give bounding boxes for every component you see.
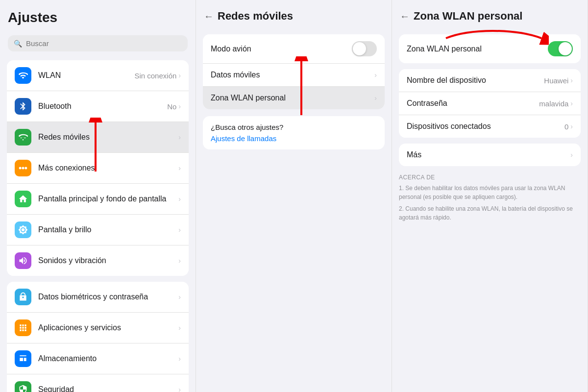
tip-box: ¿Busca otros ajustes? Ajustes de llamada…: [203, 116, 385, 149]
search-bar[interactable]: 🔍: [8, 35, 188, 51]
panel2-title: Redes móviles: [218, 10, 293, 23]
settings-card-main: WLAN Sin conexión › Bluetooth No › Redes…: [7, 60, 189, 276]
datos-bio-chevron: ›: [178, 293, 181, 301]
list-item[interactable]: Nombre del dispositivo Huawei ›: [399, 69, 581, 92]
seguridad-label: Seguridad: [38, 385, 178, 392]
nombre-chevron: ›: [570, 76, 573, 84]
contrasena-value: malavida: [539, 99, 568, 108]
apps-label: Aplicaciones y servicios: [38, 323, 178, 332]
panel3-main-card: Nombre del dispositivo Huawei › Contrase…: [399, 69, 581, 138]
panel-redes-moviles: ← Redes móviles Modo avión Datos móviles…: [196, 0, 392, 392]
list-item[interactable]: Datos móviles ›: [203, 64, 385, 87]
acerca-note-1: 1. Se deben habilitar los datos móviles …: [399, 184, 581, 201]
seguridad-chevron: ›: [178, 386, 181, 392]
mas-conexiones-chevron: ›: [178, 164, 181, 172]
acerca-note-2: 2. Cuando se habilite una zona WLAN, la …: [399, 201, 581, 222]
modo-avion-label: Modo avión: [211, 45, 352, 53]
panel3-toggle-card: Zona WLAN personal: [399, 34, 581, 63]
list-item[interactable]: Bluetooth No ›: [7, 91, 189, 122]
panel-zona-wlan: ← Zona WLAN personal Zona WLAN personal …: [392, 0, 588, 392]
list-item[interactable]: Dispositivos conectados 0 ›: [399, 115, 581, 138]
zona-wlan-toggle-switch[interactable]: [548, 41, 573, 56]
redes-chevron: ›: [178, 133, 181, 141]
list-item[interactable]: Seguridad ›: [7, 374, 189, 392]
svg-point-0: [22, 167, 24, 170]
acerca-label: ACERCA DE: [399, 174, 581, 184]
datos-bio-label: Datos biométricos y contraseña: [38, 293, 178, 301]
tip-label: ¿Busca otros ajustes?: [211, 123, 377, 131]
bluetooth-label: Bluetooth: [38, 102, 167, 111]
panel2-settings-list: Modo avión Datos móviles › Zona WLAN per…: [196, 30, 392, 392]
nombre-label: Nombre del dispositivo: [407, 76, 544, 85]
modo-avion-toggle[interactable]: [352, 41, 377, 56]
dispositivos-label: Dispositivos conectados: [407, 122, 564, 131]
back-button-3[interactable]: ←: [400, 11, 410, 22]
panel3-mas-card: Más ›: [399, 144, 581, 166]
panel2-header: ← Redes móviles: [196, 0, 392, 30]
wlan-icon: [15, 67, 31, 84]
panel3-title: Zona WLAN personal: [414, 10, 522, 23]
list-item[interactable]: Almacenamiento ›: [7, 343, 189, 374]
svg-point-2: [19, 167, 22, 170]
list-item[interactable]: Más ›: [399, 144, 581, 166]
zona-wlan-toggle-label: Zona WLAN personal: [407, 45, 548, 53]
list-item[interactable]: Contraseña malavida ›: [399, 92, 581, 115]
mas-label: Más: [407, 150, 570, 159]
list-item[interactable]: WLAN Sin conexión ›: [7, 60, 189, 91]
settings-card-secondary: Datos biométricos y contraseña › Aplicac…: [7, 282, 189, 392]
pantalla-fondo-label: Pantalla principal y fondo de pantalla: [38, 195, 178, 203]
panel2-back-row: ← Redes móviles: [204, 10, 384, 23]
zona-wlan-toggle-row[interactable]: Zona WLAN personal: [399, 34, 581, 63]
bluetooth-icon: [15, 98, 31, 115]
bluetooth-chevron: ›: [178, 102, 181, 110]
apps-chevron: ›: [178, 324, 181, 332]
tip-link[interactable]: Ajustes de llamadas: [211, 134, 377, 143]
list-item[interactable]: Más conexiones ›: [7, 153, 189, 184]
datos-bio-icon: [15, 289, 31, 305]
acerca-section: ACERCA DE 1. Se deben habilitar los dato…: [399, 174, 581, 222]
list-item[interactable]: Datos biométricos y contraseña ›: [7, 282, 189, 313]
apps-icon: [15, 319, 31, 336]
sonidos-label: Sonidos y vibración: [38, 256, 178, 265]
redes-label: Redes móviles: [38, 133, 178, 142]
list-item[interactable]: Pantalla principal y fondo de pantalla ›: [7, 184, 189, 215]
list-item[interactable]: Redes móviles ›: [7, 122, 189, 153]
panel1-header: Ajustes: [0, 0, 196, 30]
mas-conexiones-icon: [15, 160, 31, 176]
almacenamiento-label: Almacenamiento: [38, 354, 178, 363]
almacenamiento-icon: [15, 350, 31, 367]
panel2-card: Modo avión Datos móviles › Zona WLAN per…: [203, 34, 385, 109]
list-item[interactable]: Zona WLAN personal ›: [203, 87, 385, 109]
list-item[interactable]: Aplicaciones y servicios ›: [7, 313, 189, 343]
search-input[interactable]: [26, 39, 182, 48]
contrasena-label: Contraseña: [407, 99, 539, 108]
panel3-header: ← Zona WLAN personal: [392, 0, 588, 30]
seguridad-icon: [15, 381, 31, 392]
bluetooth-value: No: [167, 102, 176, 111]
datos-moviles-chevron: ›: [374, 71, 377, 79]
list-item[interactable]: Sonidos y vibración ›: [7, 245, 189, 276]
pantalla-brillo-label: Pantalla y brillo: [38, 225, 178, 234]
wlan-value: Sin conexión: [134, 72, 176, 80]
nombre-value: Huawei: [544, 76, 568, 85]
panel3-settings-list: Zona WLAN personal Nombre del dispositiv…: [392, 30, 588, 392]
contrasena-chevron: ›: [570, 99, 573, 107]
redes-icon: [15, 129, 31, 146]
mas-chevron: ›: [570, 151, 573, 159]
search-icon: 🔍: [14, 40, 22, 48]
settings-list: WLAN Sin conexión › Bluetooth No › Redes…: [0, 56, 196, 392]
list-item[interactable]: Pantalla y brillo ›: [7, 215, 189, 245]
dispositivos-chevron: ›: [570, 122, 573, 130]
pantalla-brillo-icon: [15, 221, 31, 238]
zona-wlan-chevron: ›: [374, 94, 377, 102]
almacenamiento-chevron: ›: [178, 355, 181, 363]
pantalla-brillo-chevron: ›: [178, 226, 181, 234]
list-item[interactable]: Modo avión: [203, 34, 385, 64]
pantalla-fondo-chevron: ›: [178, 195, 181, 203]
panel-ajustes: Ajustes 🔍 WLAN Sin conexión › Bluetooth: [0, 0, 196, 392]
back-button[interactable]: ←: [204, 11, 214, 22]
dispositivos-value: 0: [564, 122, 568, 131]
pantalla-fondo-icon: [15, 191, 31, 207]
wlan-label: WLAN: [38, 71, 134, 80]
page-title: Ajustes: [8, 10, 188, 25]
